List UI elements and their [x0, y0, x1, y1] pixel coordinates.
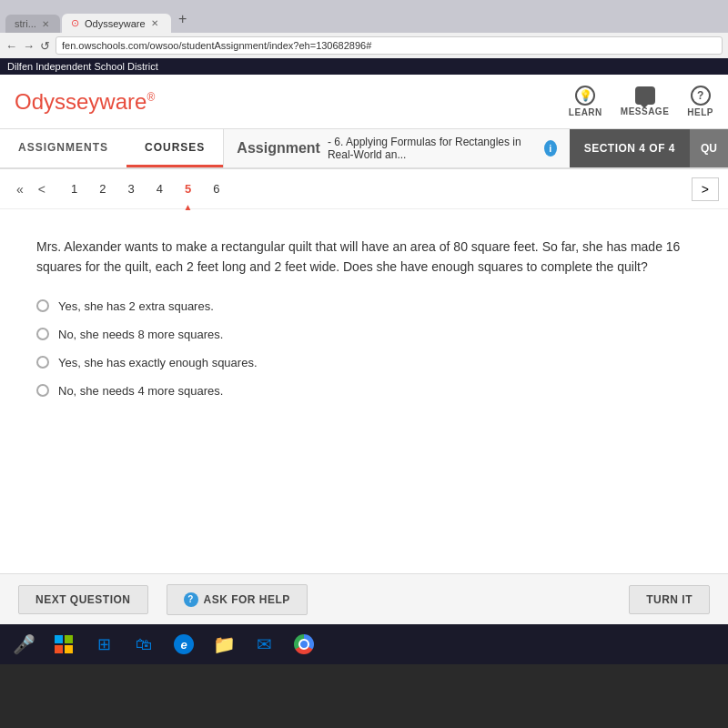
- page-numbers: 1 2 3 4 5 6: [62, 178, 228, 199]
- email-button[interactable]: ✉: [249, 630, 278, 659]
- microphone-icon[interactable]: 🎤: [9, 630, 38, 659]
- courses-label: COURSES: [145, 141, 205, 154]
- forward-button[interactable]: →: [23, 39, 35, 53]
- assignments-nav[interactable]: ASSIGNMENTS: [0, 129, 126, 167]
- info-icon[interactable]: i: [544, 140, 557, 157]
- task-view-button[interactable]: ⊞: [89, 630, 118, 659]
- learn-icon-item[interactable]: 💡 LEARN: [569, 86, 602, 117]
- store-icon: 🛍: [136, 635, 152, 654]
- pagination-row: « < 1 2 3 4 5 6 >: [0, 169, 728, 209]
- content-spacer: [0, 500, 728, 573]
- bottom-bar: NEXT QUESTION ? ASK FOR HELP TURN IT: [0, 573, 728, 624]
- message-icon: [635, 86, 655, 105]
- app-logo: Odysseyware®: [15, 89, 569, 115]
- ask-for-help-button[interactable]: ? ASK FOR HELP: [167, 584, 308, 615]
- ask-help-label: ASK FOR HELP: [204, 593, 290, 606]
- assignment-label: Assignment: [237, 140, 320, 157]
- school-name: Dilfen Independent School District: [7, 61, 158, 72]
- page-wrapper: stri... ✕ ⊙ Odysseyware ✕ + ← → ↺ Dilfen…: [0, 0, 728, 728]
- turn-in-button[interactable]: TURN IT: [629, 585, 710, 614]
- tab-inactive-close[interactable]: ✕: [42, 19, 49, 29]
- assignment-title: - 6. Applying Formulas for Rectangles in…: [328, 136, 537, 161]
- address-bar-row: ← → ↺: [0, 33, 728, 58]
- message-icon-item[interactable]: MESSAGE: [621, 86, 670, 116]
- tab-active[interactable]: ⊙ Odysseyware ✕: [62, 14, 171, 33]
- assignment-info: Assignment - 6. Applying Formulas for Re…: [223, 129, 569, 167]
- page-1[interactable]: 1: [62, 178, 86, 199]
- ask-help-icon: ?: [184, 592, 198, 607]
- help-icon: ?: [691, 86, 711, 106]
- question-text: Mrs. Alexander wants to make a rectangul…: [36, 237, 692, 278]
- radio-1[interactable]: [36, 299, 49, 312]
- answer-option-1[interactable]: Yes, she has 2 extra squares.: [36, 299, 692, 313]
- app-content: Odysseyware® 💡 LEARN MESSAGE ? HELP: [0, 75, 728, 624]
- section-indicator: SECTION 4 OF 4: [570, 129, 690, 167]
- address-input[interactable]: [56, 36, 723, 55]
- header-icons: 💡 LEARN MESSAGE ? HELP: [569, 86, 713, 117]
- browser-chrome: stri... ✕ ⊙ Odysseyware ✕ + ← → ↺ Dilfen…: [0, 0, 728, 75]
- tab-active-label: Odysseyware: [85, 18, 146, 29]
- page-5[interactable]: 5: [176, 178, 200, 199]
- tab-active-close[interactable]: ✕: [151, 18, 158, 28]
- chrome-button[interactable]: [289, 630, 318, 659]
- task-view-icon: ⊞: [97, 634, 111, 654]
- next-page-button[interactable]: >: [692, 177, 719, 201]
- answer-option-3[interactable]: Yes, she has exactly enough squares.: [36, 356, 692, 369]
- folder-icon: 📁: [213, 633, 236, 655]
- page-6[interactable]: 6: [204, 178, 228, 199]
- page-2[interactable]: 2: [90, 178, 115, 199]
- chrome-icon: [294, 634, 314, 654]
- radio-3[interactable]: [36, 356, 49, 369]
- logo-reg: ®: [147, 91, 155, 104]
- logo-text: Odysseyware: [15, 89, 147, 114]
- edge-icon: e: [174, 634, 194, 654]
- answer-text-3: Yes, she has exactly enough squares.: [58, 356, 258, 369]
- answer-text-4: No, she needs 4 more squares.: [58, 384, 223, 398]
- first-page-button[interactable]: «: [9, 178, 31, 200]
- answer-option-4[interactable]: No, she needs 4 more squares.: [36, 384, 692, 398]
- help-label: HELP: [687, 107, 713, 117]
- prev-page-button[interactable]: <: [31, 178, 53, 200]
- answer-option-2[interactable]: No, she needs 8 more squares.: [36, 328, 692, 341]
- windows-taskbar: 🎤 ⊞ 🛍 e 📁 ✉: [0, 624, 728, 664]
- answer-text-1: Yes, she has 2 extra squares.: [58, 299, 214, 313]
- tab-inactive-label: stri...: [15, 18, 36, 29]
- new-tab-button[interactable]: +: [171, 11, 194, 27]
- next-question-button[interactable]: NEXT QUESTION: [18, 585, 148, 614]
- section-label: SECTION 4 OF 4: [584, 142, 675, 155]
- school-bar: Dilfen Independent School District: [0, 58, 728, 75]
- assignments-label: ASSIGNMENTS: [18, 141, 108, 154]
- learn-icon: 💡: [575, 86, 595, 106]
- quiz-indicator: QU: [690, 129, 728, 167]
- question-area: Mrs. Alexander wants to make a rectangul…: [0, 209, 728, 500]
- tab-bar: stri... ✕ ⊙ Odysseyware ✕ +: [0, 0, 728, 33]
- odysseyware-favicon: ⊙: [71, 17, 79, 29]
- radio-4[interactable]: [36, 384, 49, 397]
- edge-button[interactable]: e: [169, 630, 198, 659]
- refresh-button[interactable]: ↺: [40, 39, 50, 53]
- quiz-label: QU: [701, 142, 717, 155]
- email-icon: ✉: [257, 633, 272, 655]
- page-3[interactable]: 3: [118, 178, 143, 199]
- tab-inactive[interactable]: stri... ✕: [5, 15, 60, 33]
- answer-text-2: No, she needs 8 more squares.: [58, 328, 223, 341]
- windows-start-button[interactable]: [49, 630, 78, 659]
- page-4[interactable]: 4: [147, 178, 172, 199]
- nav-bar: ASSIGNMENTS COURSES Assignment - 6. Appl…: [0, 129, 728, 169]
- back-button[interactable]: ←: [5, 39, 17, 53]
- learn-label: LEARN: [569, 107, 602, 117]
- store-button[interactable]: 🛍: [129, 630, 158, 659]
- folder-button[interactable]: 📁: [209, 630, 238, 659]
- help-icon-item[interactable]: ? HELP: [687, 86, 713, 117]
- windows-logo-icon: [55, 635, 73, 653]
- radio-2[interactable]: [36, 328, 49, 340]
- courses-nav[interactable]: COURSES: [126, 129, 223, 167]
- app-header: Odysseyware® 💡 LEARN MESSAGE ? HELP: [0, 75, 728, 129]
